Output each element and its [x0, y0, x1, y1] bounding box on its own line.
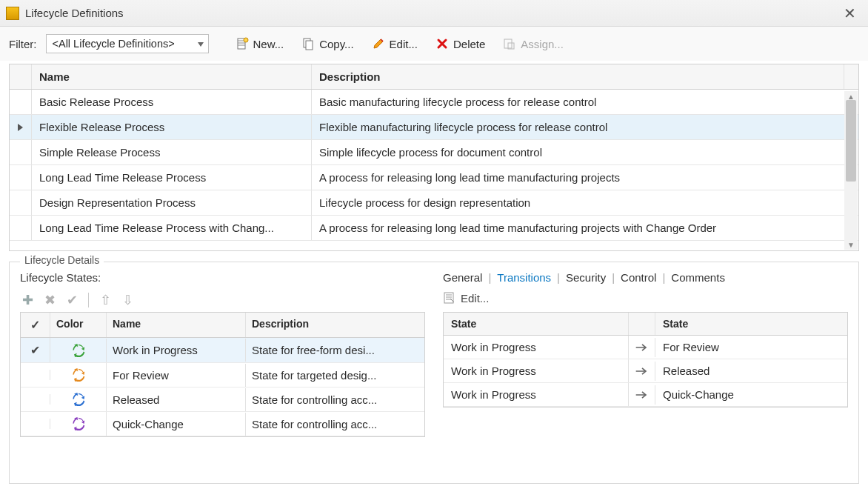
state-name: Quick-Change	[107, 413, 246, 436]
delete-icon	[435, 37, 449, 50]
svg-point-1	[244, 38, 248, 42]
col-name[interactable]: Name	[32, 64, 312, 89]
definition-desc: A process for releasing long lead time m…	[312, 165, 858, 190]
new-button[interactable]: New...	[231, 34, 289, 53]
state-color-icon	[50, 387, 107, 411]
state-color-icon	[50, 363, 107, 387]
col-state-desc[interactable]: Description	[246, 313, 424, 337]
transition-from: Work in Progress	[444, 336, 629, 359]
new-icon	[236, 37, 249, 50]
edit-list-icon	[443, 291, 456, 305]
add-state-icon[interactable]: ✚	[20, 293, 35, 307]
definition-name: Long Lead Time Release Process	[32, 165, 312, 190]
window-title: Lifecycle Definitions	[25, 7, 838, 19]
scroll-thumb[interactable]	[846, 100, 856, 182]
group-title: Lifecycle Details	[20, 254, 104, 266]
move-down-icon[interactable]: ⇩	[120, 293, 135, 307]
scroll-down-icon: ▼	[844, 239, 858, 250]
state-check: ✔	[21, 338, 50, 362]
definition-desc: Lifecycle process for design representat…	[312, 190, 858, 215]
state-check	[21, 419, 50, 429]
definition-desc: A process for releasing long lead time m…	[312, 216, 858, 240]
transition-from: Work in Progress	[444, 383, 629, 406]
states-label: Lifecycle States:	[20, 271, 425, 284]
lifecycle-details-group: Lifecycle Details Lifecycle States: ✚ ✖ …	[9, 262, 859, 484]
app-icon	[6, 7, 19, 20]
state-desc: State for targeted desig...	[246, 364, 424, 387]
filter-select[interactable]: <All Lifecycle Definitions>	[46, 34, 209, 53]
states-toolbar: ✚ ✖ ✔ ⇧ ⇩	[20, 293, 425, 307]
definition-name: Flexible Release Process	[32, 115, 312, 139]
definition-row[interactable]: Simple Release ProcessSimple lifecycle p…	[10, 140, 858, 165]
transition-to: Released	[655, 359, 847, 382]
states-grid: ✓ Color Name Description ✔Work in Progre…	[20, 312, 425, 437]
titlebar: Lifecycle Definitions ✕	[0, 0, 868, 27]
scrollbar[interactable]: ▲ ▼	[844, 91, 858, 250]
state-row[interactable]: For ReviewState for targeted desig...	[21, 363, 424, 387]
state-desc: State for controlling acc...	[246, 388, 424, 411]
svg-rect-6	[444, 293, 453, 303]
tab-security[interactable]: Security	[566, 271, 606, 284]
definition-name: Basic Release Process	[32, 90, 312, 114]
tab-transitions[interactable]: Transitions	[497, 271, 551, 284]
edit-transitions-button[interactable]: Edit...	[443, 291, 848, 305]
transition-row[interactable]: Work in ProgressReleased	[444, 359, 847, 383]
chevron-down-icon	[198, 42, 204, 47]
state-name: For Review	[107, 364, 246, 387]
state-color-icon	[50, 339, 107, 362]
transition-to: For Review	[655, 336, 847, 359]
pencil-icon	[372, 37, 385, 50]
tab-general[interactable]: General	[443, 271, 482, 284]
state-check	[21, 394, 50, 405]
col-to-state[interactable]: State	[655, 313, 847, 335]
apply-state-icon[interactable]: ✔	[64, 293, 79, 307]
definition-name: Design Representation Process	[32, 190, 312, 215]
col-check[interactable]: ✓	[21, 313, 50, 337]
assign-button: Assign...	[498, 34, 568, 53]
state-row[interactable]: ✔Work in ProgressState for free-form des…	[21, 338, 424, 363]
state-desc: State for free-form desi...	[246, 339, 424, 362]
state-check	[21, 370, 50, 380]
delete-button[interactable]: Delete	[431, 34, 490, 53]
tab-comments[interactable]: Comments	[671, 271, 725, 284]
definitions-header: Name Description	[10, 64, 858, 90]
state-row[interactable]: Quick-ChangeState for controlling acc...	[21, 412, 424, 436]
col-color[interactable]: Color	[50, 313, 107, 337]
close-icon[interactable]: ✕	[838, 3, 862, 24]
state-name: Work in Progress	[107, 339, 246, 362]
arrow-right-icon	[629, 338, 655, 357]
definition-row[interactable]: Long Lead Time Release Process with Chan…	[10, 216, 858, 241]
state-desc: State for controlling acc...	[246, 413, 424, 436]
definition-desc: Simple lifecycle process for document co…	[312, 140, 858, 164]
transitions-grid: State State Work in ProgressFor ReviewWo…	[443, 312, 848, 408]
details-tabs: General| Transitions| Security| Control|…	[443, 271, 848, 284]
transition-row[interactable]: Work in ProgressFor Review	[444, 336, 847, 359]
definition-desc: Basic manufacturing lifecycle process fo…	[312, 90, 858, 114]
arrow-right-icon	[629, 362, 655, 381]
svg-rect-3	[306, 41, 313, 50]
transition-to: Quick-Change	[655, 383, 847, 406]
col-description[interactable]: Description	[312, 64, 844, 89]
definition-desc: Flexible manufacturing lifecycle process…	[312, 115, 858, 139]
toolbar: Filter: <All Lifecycle Definitions> New.…	[0, 27, 868, 61]
definition-row[interactable]: Basic Release ProcessBasic manufacturing…	[10, 90, 858, 115]
definition-name: Long Lead Time Release Process with Chan…	[32, 216, 312, 240]
copy-icon	[301, 37, 315, 50]
definition-name: Simple Release Process	[32, 140, 312, 164]
edit-button[interactable]: Edit...	[367, 34, 422, 53]
definition-row[interactable]: Long Lead Time Release ProcessA process …	[10, 165, 858, 190]
state-row[interactable]: ReleasedState for controlling acc...	[21, 387, 424, 412]
copy-button[interactable]: Copy...	[297, 34, 358, 53]
remove-state-icon[interactable]: ✖	[42, 293, 57, 307]
col-from-state[interactable]: State	[444, 313, 629, 335]
move-up-icon[interactable]: ⇧	[98, 293, 113, 307]
col-state-name[interactable]: Name	[107, 313, 246, 337]
definition-row[interactable]: Design Representation ProcessLifecycle p…	[10, 190, 858, 216]
transition-row[interactable]: Work in ProgressQuick-Change	[444, 383, 847, 407]
tab-control[interactable]: Control	[621, 271, 656, 284]
filter-value: <All Lifecycle Definitions>	[53, 38, 175, 50]
filter-label: Filter:	[9, 38, 37, 50]
arrow-right-icon	[629, 385, 655, 405]
state-name: Released	[107, 388, 246, 411]
definition-row[interactable]: Flexible Release ProcessFlexible manufac…	[10, 115, 858, 140]
